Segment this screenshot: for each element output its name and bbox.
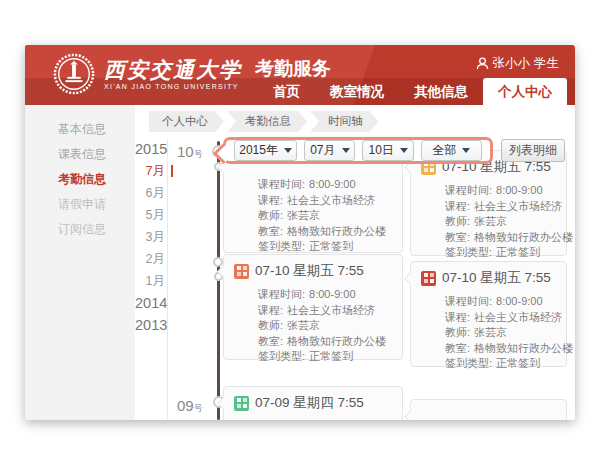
field-value: 正常签到: [496, 246, 540, 258]
day-marker-10: 10号: [177, 143, 203, 161]
timeline-month-item[interactable]: 3月: [135, 226, 165, 248]
field-label: 教师:: [445, 326, 470, 338]
field-value: 张芸京: [287, 319, 320, 331]
nav-tab-home[interactable]: 首页: [258, 78, 315, 105]
field-value: 社会主义市场经济: [287, 194, 375, 206]
timeline-year-item[interactable]: 2015: [135, 138, 165, 160]
timeline-divider: [167, 139, 168, 420]
breadcrumb-item-timeline[interactable]: 时间轴: [310, 111, 379, 132]
field-value: 8:00-9:00: [309, 178, 355, 190]
field-label: 课程时间:: [445, 184, 492, 196]
body-area: 基本信息 课表信息 考勤信息 请假申请 订阅信息 个人中心 考勤信息 时间轴 2…: [25, 105, 575, 420]
card-date-title: 07-10 星期五 7:55: [442, 269, 551, 287]
main-nav: 首页 教室情况 其他信息 个人中心: [258, 78, 567, 105]
calendar-grid-icon: [421, 271, 436, 286]
field-value: 格物致知行政办公楼: [287, 225, 386, 237]
field-value: 张芸京: [287, 209, 320, 221]
user-role: 学生: [534, 55, 559, 72]
attendance-card: 07-10 星期五 7:55 课程时间:8:00-9:00 课程:社会主义市场经…: [410, 261, 567, 367]
chevron-down-icon: [400, 148, 408, 153]
timeline-date-nav: 2015 7月 6月 5月 3月 2月 1月 2014 2013: [135, 138, 165, 336]
sidebar-item-leave-request[interactable]: 请假申请: [25, 192, 135, 217]
timeline-month-item[interactable]: 6月: [135, 182, 165, 204]
sidebar-item-schedule-info[interactable]: 课表信息: [25, 142, 135, 167]
field-label: 教师:: [258, 319, 283, 331]
timeline-month-item[interactable]: 1月: [135, 270, 165, 292]
month-dropdown[interactable]: 07月: [304, 140, 355, 161]
field-label: 教室:: [445, 342, 470, 354]
chevron-down-icon: [284, 148, 292, 153]
timeline-year-item[interactable]: 2014: [135, 292, 165, 314]
year-dropdown[interactable]: 2015年: [234, 140, 297, 161]
timeline-month-item[interactable]: 2月: [135, 248, 165, 270]
field-value: 正常签到: [309, 350, 353, 362]
nav-tab-classrooms[interactable]: 教室情况: [315, 78, 399, 105]
user-icon: [476, 57, 489, 70]
field-value: 格物致知行政办公楼: [474, 342, 573, 354]
attendance-card: 课程时间:8:00-9:00 课程:社会主义市场经济 教师:张芸京 教室:格物致…: [223, 150, 403, 253]
timeline-month-item-active[interactable]: 7月: [135, 160, 165, 182]
field-label: 教室:: [445, 231, 470, 243]
field-value: 格物致知行政办公楼: [287, 335, 386, 347]
field-value: 正常签到: [309, 240, 353, 252]
field-label: 签到类型:: [258, 240, 305, 252]
field-label: 课程:: [258, 194, 283, 206]
field-value: 张芸京: [474, 215, 507, 227]
field-value: 格物致知行政办公楼: [474, 231, 573, 243]
field-label: 课程时间:: [258, 178, 305, 190]
attendance-card: 07-10 星期五 7:55 课程时间:8:00-9:00 课程:社会主义市场经…: [223, 254, 403, 360]
field-label: 课程:: [445, 311, 470, 323]
card-date-title: 07-10 星期五 7:55: [255, 262, 364, 280]
field-label: 课程时间:: [445, 295, 492, 307]
field-label: 课程:: [258, 304, 283, 316]
field-value: 张芸京: [474, 326, 507, 338]
field-value: 社会主义市场经济: [287, 304, 375, 316]
nav-tab-other-info[interactable]: 其他信息: [399, 78, 483, 105]
scope-dropdown[interactable]: 全部: [421, 140, 482, 161]
field-value: 8:00-9:00: [496, 184, 542, 196]
field-label: 教室:: [258, 335, 283, 347]
main-content: 个人中心 考勤信息 时间轴 2015 7月 6月 5月 3月 2月 1月 201…: [135, 105, 575, 420]
breadcrumb: 个人中心 考勤信息 时间轴: [149, 111, 382, 132]
field-label: 教室:: [258, 225, 283, 237]
university-emblem-icon: [53, 53, 95, 95]
field-label: 教师:: [445, 215, 470, 227]
field-value: 8:00-9:00: [496, 295, 542, 307]
sidebar-item-subscription-info[interactable]: 订阅信息: [25, 217, 135, 242]
university-name-en: XI'AN JIAO TONG UNIVERSITY: [104, 83, 242, 90]
sidebar: 基本信息 课表信息 考勤信息 请假申请 订阅信息: [25, 105, 135, 420]
calendar-grid-icon: [234, 264, 249, 279]
chevron-down-icon: [342, 148, 350, 153]
breadcrumb-item-attendance-info[interactable]: 考勤信息: [227, 111, 307, 132]
calendar-grid-icon: [234, 396, 249, 411]
attendance-card: 07-09 星期四 7:55: [223, 386, 403, 420]
attendance-card: 07-10 星期五 7:55 课程时间:8:00-9:00 课程:社会主义市场经…: [410, 150, 567, 256]
chevron-down-icon: [462, 148, 470, 153]
day-dropdown[interactable]: 10日: [362, 140, 413, 161]
field-label: 课程:: [445, 200, 470, 212]
field-label: 签到类型:: [445, 357, 492, 369]
list-detail-button[interactable]: 列表明细: [501, 139, 565, 162]
field-label: 签到类型:: [258, 350, 305, 362]
sidebar-item-basic-info[interactable]: 基本信息: [25, 117, 135, 142]
nav-tab-personal-center[interactable]: 个人中心: [483, 78, 567, 105]
field-label: 课程时间:: [258, 288, 305, 300]
field-value: 社会主义市场经济: [474, 200, 562, 212]
user-account[interactable]: 张小小 学生: [476, 55, 560, 72]
field-value: 正常签到: [496, 357, 540, 369]
header: 西安交通大学 XI'AN JIAO TONG UNIVERSITY 考勤服务 张…: [25, 45, 575, 105]
timeline-month-item[interactable]: 5月: [135, 204, 165, 226]
university-name-cn: 西安交通大学: [104, 58, 242, 82]
field-label: 教师:: [258, 209, 283, 221]
field-label: 签到类型:: [445, 246, 492, 258]
field-value: 社会主义市场经济: [474, 311, 562, 323]
timeline-year-item[interactable]: 2013: [135, 314, 165, 336]
app-window: 西安交通大学 XI'AN JIAO TONG UNIVERSITY 考勤服务 张…: [25, 45, 575, 420]
sidebar-item-attendance-info[interactable]: 考勤信息: [25, 167, 135, 192]
day-marker-09: 09号: [177, 397, 203, 415]
filter-bubble: 2015年 07月 10日 全部: [223, 137, 493, 164]
attendance-card-partial: [410, 399, 567, 420]
user-name: 张小小: [493, 55, 531, 72]
breadcrumb-item-personal-center[interactable]: 个人中心: [149, 111, 224, 132]
card-date-title: 07-09 星期四 7:55: [255, 394, 364, 412]
